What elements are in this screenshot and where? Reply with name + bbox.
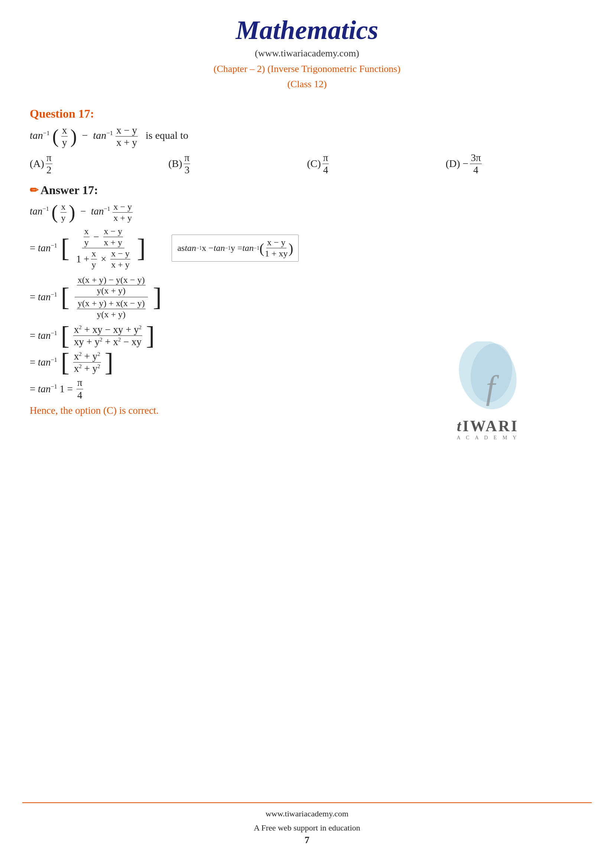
logo-svg: f (451, 341, 525, 423)
options-row: (A) π 2 (B) π 3 (C) π 4 (D) − 3π 4 (30, 152, 584, 176)
footer-line (22, 802, 592, 803)
sol-line1: tan−1 ( x y ) − tan−1 x − y x + y (30, 201, 584, 223)
option-c: (C) π 4 (307, 152, 446, 176)
page-title: Mathematics (30, 15, 584, 46)
logo-section: f tIWARI A C A D E M Y (436, 341, 540, 441)
question-title: Question 17: (30, 107, 584, 121)
footer-tagline: A Free web support in education (0, 821, 614, 835)
header: Mathematics (www.tiwariacademy.com) (Cha… (30, 15, 584, 96)
question-body: tan−1 ( x y ) − tan−1 x − y x + y is equ… (30, 124, 584, 149)
answer-title: ✏ Answer 17: (30, 183, 584, 197)
header-sub3: (Class 12) (30, 76, 584, 92)
option-d: (D) − 3π 4 (446, 152, 584, 176)
logo-sub: A C A D E M Y (436, 435, 540, 441)
header-sub2: (Chapter – 2) (Inverse Trigonometric Fun… (30, 61, 584, 77)
header-sub1: (www.tiwariacademy.com) (30, 46, 584, 61)
footer: www.tiwariacademy.com A Free web support… (0, 802, 614, 846)
sol-line3: = tan−1 [ x(x + y) − y(x − y) y(x + y) y… (30, 273, 584, 321)
footer-website: www.tiwariacademy.com (0, 807, 614, 820)
option-a: (A) π 2 (30, 152, 168, 176)
pencil-icon: ✏ (30, 184, 38, 196)
hint-box: as tan−1x − tan−1y = tan−1 ( x − y 1 + x… (172, 234, 298, 262)
sol-line2: = tan−1 [ xy − x − yx + y 1 + xy × x − y… (30, 225, 584, 271)
page: Mathematics (www.tiwariacademy.com) (Cha… (0, 0, 614, 868)
footer-page: 7 (0, 835, 614, 846)
option-b: (B) π 3 (168, 152, 307, 176)
